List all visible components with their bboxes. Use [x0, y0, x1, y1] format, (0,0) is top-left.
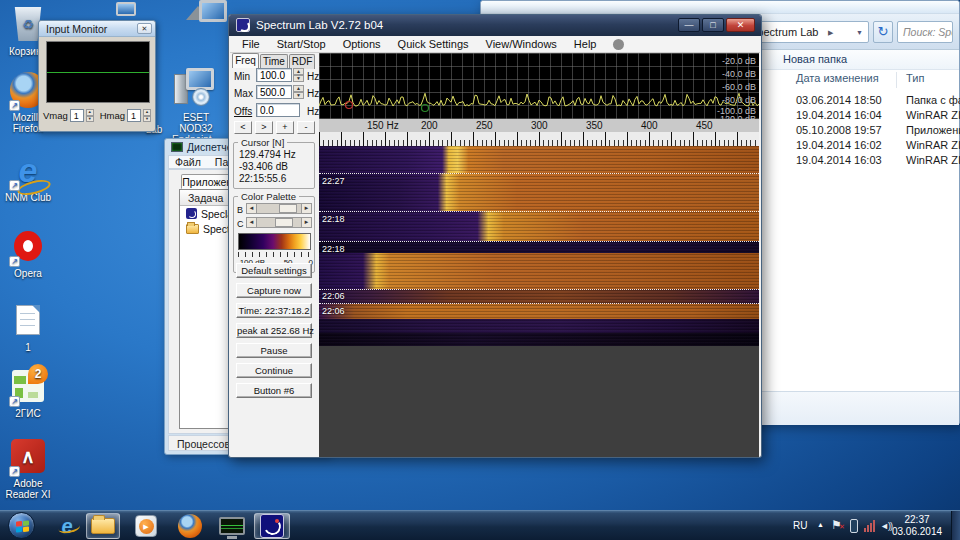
scroll-right-button[interactable]: >: [255, 121, 273, 134]
min-freq-stepper[interactable]: ▲▼: [293, 68, 304, 81]
windows-logo-icon: [16, 521, 29, 533]
hidden-icons-button[interactable]: ▲: [817, 521, 824, 528]
spectrum-lab-app-icon: [236, 18, 250, 32]
contrast-slider[interactable]: ◄ ►: [246, 217, 312, 228]
partial-window-icon: [116, 2, 136, 16]
maximize-button[interactable]: □: [702, 18, 724, 32]
min-unit: Hz: [307, 71, 319, 82]
waterfall-empty-area: [319, 346, 759, 458]
desktop-icon-document-1[interactable]: 1: [0, 300, 56, 353]
waterfall-timestamp: 22:06: [322, 291, 345, 301]
desktop-icon-2gis[interactable]: 2 ↗ 2ГИС: [0, 366, 56, 419]
hmag-stepper[interactable]: ▲▼: [143, 109, 151, 122]
window-title: Spectrum Lab V2.72 b04: [256, 19, 383, 31]
language-indicator[interactable]: RU: [793, 520, 807, 531]
pause-button[interactable]: Pause: [236, 343, 312, 358]
max-unit: Hz: [307, 88, 319, 99]
show-desktop-button[interactable]: [951, 511, 960, 540]
action-center-icon[interactable]: ⚑✕: [831, 518, 842, 532]
cursor-level: -93.406 dB: [239, 161, 288, 172]
address-dropdown-icon[interactable]: ▼: [856, 29, 863, 36]
file-type: Папка с файлами: [906, 94, 960, 106]
zoom-in-button[interactable]: +: [276, 121, 294, 134]
vmag-label: Vmag: [43, 110, 68, 121]
capture-now-button[interactable]: Capture now: [236, 283, 312, 298]
taskbar-explorer-button[interactable]: [86, 513, 120, 539]
start-button[interactable]: [8, 512, 35, 539]
minimize-button[interactable]: —: [678, 18, 700, 32]
spectrum-lab-icon: [260, 514, 284, 538]
monitor-icon: [219, 517, 245, 535]
close-icon[interactable]: ✕: [137, 23, 152, 34]
hmag-label: Hmag: [100, 110, 125, 121]
installer-icon: [170, 68, 222, 112]
taskbar-firefox-button[interactable]: [174, 513, 206, 539]
spectrum-graph[interactable]: -20.0 dB -40.0 dB -60.0 dB -80.0 dB -100…: [319, 53, 759, 119]
taskbar-monitor-button[interactable]: [214, 513, 250, 539]
desktop-icon-opera[interactable]: ↗ Opera: [0, 226, 56, 279]
color-palette-panel: Color Palette B ◄ ► C ◄ ► -100 dB -50: [233, 196, 315, 273]
breadcrumb-arrow-icon[interactable]: ▶: [828, 29, 833, 37]
explorer-titlebar[interactable]: [481, 1, 959, 14]
waterfall-timestamp: 22:27: [322, 176, 345, 186]
contrast-label: C: [237, 219, 244, 229]
tab-rdf[interactable]: RDF: [289, 54, 315, 69]
vmag-input[interactable]: 1: [70, 109, 84, 122]
column-separator: [896, 72, 897, 88]
refresh-button[interactable]: ↻: [873, 21, 893, 43]
spectrum-lab-window: Spectrum Lab V2.72 b04 — □ ✕ File Start/…: [228, 14, 762, 458]
offset-input[interactable]: 0.0: [256, 103, 300, 117]
spectrum-trace: [319, 53, 759, 119]
vmag-stepper[interactable]: ▲▼: [86, 109, 94, 122]
file-type: WinRAR ZIP archive: [906, 139, 960, 151]
frequency-axis: 150 Hz 200 250 300 350 400 450: [319, 119, 759, 132]
taskbar-ie-button[interactable]: e: [52, 513, 82, 539]
spectrum-lab-titlebar[interactable]: Spectrum Lab V2.72 b04 — □ ✕: [229, 15, 761, 36]
clock[interactable]: 22:37 03.06.2014: [887, 514, 947, 538]
scroll-left-button[interactable]: <: [234, 121, 252, 134]
default-settings-button[interactable]: Default settings: [236, 263, 312, 278]
menu-item-start-stop[interactable]: Start/Stop: [277, 38, 326, 50]
desktop-icon-adobe-reader[interactable]: ∧ ↗ Adobe Reader XI: [0, 436, 56, 500]
shortcut-arrow-icon: ↗: [9, 256, 20, 267]
tab-freq[interactable]: Freq: [232, 53, 259, 68]
column-header-date[interactable]: Дата изменения: [796, 72, 879, 84]
network-icon[interactable]: [864, 520, 875, 532]
time-button[interactable]: Time: 22:37:18.2: [236, 303, 312, 318]
new-folder-button[interactable]: Новая папка: [783, 53, 847, 65]
hmag-input[interactable]: 1: [127, 109, 141, 122]
waterfall-display[interactable]: 22:27 22:18 22:18 22:06 22:06: [319, 146, 759, 346]
waterfall-timestamp: 22:18: [322, 214, 345, 224]
tab-time[interactable]: Time: [260, 54, 288, 69]
waterfall-timestamp: 22:06: [322, 306, 345, 316]
brightness-slider[interactable]: ◄ ►: [246, 203, 312, 214]
desktop-icon-nnm-club[interactable]: e ↗ NNM Club: [0, 150, 56, 203]
cursor-panel: Cursor [N] 129.4794 Hz -93.406 dB 22:15:…: [233, 142, 315, 189]
freq-tick-label: 150 Hz: [367, 120, 399, 131]
db-tick-label: -40.0 dB: [722, 69, 756, 79]
search-input[interactable]: Поиск: Spectrum: [897, 21, 953, 43]
taskbar-spectrumlab-button[interactable]: [254, 513, 290, 539]
continue-button[interactable]: Continue: [236, 363, 312, 378]
menu-item-file[interactable]: File: [242, 38, 260, 50]
column-header-type[interactable]: Тип: [906, 72, 924, 84]
menu-item-help[interactable]: Help: [574, 38, 597, 50]
control-panel: Freq Time RDF Min 100.0 ▲▼ Hz Max 500.0 …: [230, 53, 319, 456]
device-icon[interactable]: [850, 519, 858, 533]
peak-button[interactable]: peak at 252.68 Hz: [236, 323, 312, 338]
taskbar-wmp-button[interactable]: ▶: [130, 513, 162, 539]
button-6[interactable]: Button #6: [236, 383, 312, 398]
min-freq-input[interactable]: 100.0: [256, 68, 292, 82]
time-marker-line: [319, 303, 759, 304]
browser-e-icon: e: [19, 165, 38, 176]
zoom-out-button[interactable]: -: [297, 121, 315, 134]
menu-item-quick-settings[interactable]: Quick Settings: [398, 38, 469, 50]
menu-item-file[interactable]: Файл: [175, 156, 201, 168]
max-freq-stepper[interactable]: ▲▼: [293, 85, 304, 98]
color-palette-title: Color Palette: [238, 191, 299, 202]
menu-item-view-windows[interactable]: View/Windows: [486, 38, 557, 50]
max-freq-input[interactable]: 500.0: [256, 85, 292, 99]
menu-item-options[interactable]: Options: [343, 38, 381, 50]
desktop: ♻ Корзина ↗ Mozilla Firefox e ↗ NNM Club…: [0, 0, 960, 540]
close-button[interactable]: ✕: [726, 18, 755, 32]
